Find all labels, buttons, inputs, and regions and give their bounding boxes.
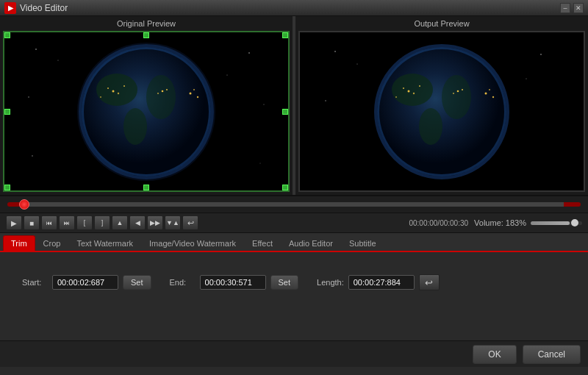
tab-effect[interactable]: Effect — [244, 235, 281, 251]
svg-point-12 — [123, 108, 147, 145]
output-preview-label: Output Preview — [414, 19, 469, 28]
handle-br[interactable] — [282, 185, 288, 190]
next-segment-button[interactable]: ▶▶ — [147, 215, 163, 230]
svg-point-37 — [419, 108, 442, 145]
svg-point-6 — [28, 96, 29, 97]
svg-point-32 — [540, 54, 542, 55]
app-icon: ▶ — [4, 2, 16, 14]
svg-point-15 — [107, 88, 109, 89]
tab-subtitle[interactable]: Subtitle — [341, 235, 384, 251]
handle-mr[interactable] — [282, 109, 288, 115]
tab-audio-editor[interactable]: Audio Editor — [281, 235, 341, 251]
tab-bar: Trim Crop Text Watermark Image/Video Wat… — [0, 233, 588, 252]
mark-in-button[interactable]: [ — [76, 215, 93, 230]
split-button[interactable]: ▲ — [112, 215, 128, 230]
cancel-button[interactable]: Cancel — [523, 345, 581, 364]
svg-point-39 — [408, 90, 410, 92]
svg-point-9 — [260, 162, 261, 163]
length-input[interactable] — [348, 275, 415, 290]
close-button[interactable]: ✕ — [573, 3, 584, 13]
window-controls: – ✕ — [560, 3, 584, 13]
output-preview-frame — [298, 31, 585, 192]
volume-thumb[interactable] — [571, 219, 578, 226]
length-group: Length: ↩ — [317, 274, 440, 290]
tab-crop[interactable]: Crop — [35, 235, 69, 251]
handle-bm[interactable] — [143, 185, 149, 190]
reset-trim-button[interactable]: ↩ — [419, 274, 440, 290]
controls-bar: ▶ ■ ⏮ ⏭ [ ] ▲ ◀ ▶▶ ▼▲ ↩ 00:00:00/00:00:3… — [0, 213, 588, 233]
volume-label: Volume: 183% — [474, 218, 526, 227]
svg-point-19 — [162, 90, 164, 92]
svg-point-44 — [457, 90, 459, 92]
output-earth-svg — [317, 38, 567, 185]
timeline-thumb[interactable] — [19, 199, 29, 210]
svg-point-30 — [334, 51, 336, 52]
original-earth-svg — [21, 38, 271, 185]
svg-point-2 — [35, 49, 37, 50]
ok-button[interactable]: OK — [473, 345, 516, 364]
prev-segment-button[interactable]: ◀ — [129, 215, 146, 230]
svg-point-21 — [166, 88, 168, 90]
svg-point-45 — [453, 93, 454, 94]
timeline-area[interactable] — [0, 196, 588, 213]
svg-point-36 — [392, 74, 433, 106]
svg-point-17 — [123, 85, 125, 87]
next-frame-button[interactable]: ⏭ — [59, 215, 75, 230]
timeline-track[interactable] — [7, 202, 581, 207]
svg-point-3 — [57, 60, 58, 60]
end-label: End: — [170, 278, 196, 287]
svg-point-46 — [462, 88, 463, 90]
length-label: Length: — [317, 278, 344, 287]
handle-tr[interactable] — [282, 32, 288, 38]
svg-point-13 — [146, 75, 176, 119]
app-title: Video Editor — [20, 3, 560, 13]
title-bar: ▶ Video Editor – ✕ — [0, 0, 588, 16]
handle-ml[interactable] — [4, 109, 10, 115]
handle-tl[interactable] — [4, 32, 10, 38]
handle-bl[interactable] — [4, 185, 10, 190]
svg-point-48 — [492, 96, 494, 97]
set-start-button[interactable]: Set — [123, 275, 151, 290]
svg-point-20 — [157, 93, 159, 94]
handle-tm[interactable] — [143, 32, 149, 38]
svg-point-38 — [442, 75, 471, 119]
svg-point-8 — [32, 155, 32, 156]
svg-point-41 — [413, 92, 415, 93]
svg-point-22 — [190, 92, 192, 94]
svg-point-18 — [100, 96, 101, 98]
stop-button[interactable]: ■ — [24, 215, 40, 230]
original-preview-label: Original Preview — [117, 19, 176, 28]
time-display: 00:00:00/00:00:30 — [409, 219, 468, 227]
start-input[interactable] — [52, 275, 118, 290]
svg-point-43 — [395, 96, 397, 98]
minimize-button[interactable]: – — [560, 3, 570, 13]
preview-area: Original Preview — [0, 16, 588, 196]
bottom-bar: OK Cancel — [0, 340, 588, 367]
extra-button[interactable]: ▼▲ — [165, 215, 181, 230]
tab-text-watermark[interactable]: Text Watermark — [68, 235, 141, 251]
prev-frame-button[interactable]: ⏮ — [41, 215, 57, 230]
svg-point-4 — [248, 52, 250, 54]
svg-point-31 — [356, 63, 357, 64]
original-preview-panel: Original Preview — [0, 16, 293, 195]
output-earth — [300, 32, 584, 190]
set-end-button[interactable]: Set — [270, 275, 299, 290]
svg-point-7 — [263, 104, 264, 104]
start-label: Start: — [22, 278, 48, 287]
svg-point-24 — [193, 89, 195, 90]
svg-point-34 — [325, 100, 326, 101]
svg-point-5 — [226, 74, 227, 75]
play-button[interactable]: ▶ — [6, 215, 22, 230]
end-group: End: Set — [170, 275, 299, 290]
end-input[interactable] — [200, 275, 266, 290]
svg-point-23 — [197, 96, 198, 97]
tab-image-video-watermark[interactable]: Image/Video Watermark — [141, 235, 244, 251]
trim-controls: Start: Set End: Set Length: ↩ — [22, 274, 566, 290]
undo-button[interactable]: ↩ — [182, 215, 198, 230]
volume-track[interactable] — [531, 221, 582, 225]
mark-out-button[interactable]: ] — [94, 215, 110, 230]
tab-trim[interactable]: Trim — [3, 235, 35, 251]
svg-point-11 — [96, 74, 137, 106]
svg-point-16 — [118, 92, 119, 93]
original-earth — [4, 32, 288, 190]
